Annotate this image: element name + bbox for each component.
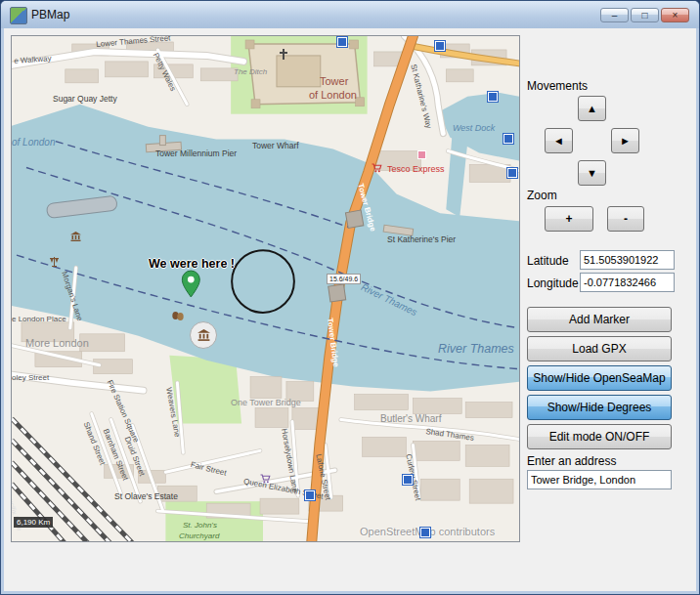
zoom-out-button[interactable]: -: [607, 206, 644, 232]
window-title: PBMap: [31, 8, 69, 21]
move-up-button[interactable]: ▲: [578, 96, 606, 121]
move-down-button[interactable]: ▼: [578, 160, 606, 186]
address-input[interactable]: [527, 470, 672, 489]
maximize-button[interactable]: □: [631, 8, 659, 22]
client-area: e Walkway Lower Thames Street Petty Wale…: [4, 28, 696, 591]
zoom-label: Zoom: [527, 189, 557, 202]
longitude-input[interactable]: [580, 273, 675, 292]
latitude-input[interactable]: [580, 250, 675, 270]
longitude-label: Longitude: [527, 276, 579, 290]
close-button[interactable]: ×: [661, 8, 689, 22]
minimize-button[interactable]: –: [600, 8, 629, 22]
movements-label: Movements: [527, 79, 588, 93]
latitude-label: Latitude: [527, 254, 569, 268]
add-marker-button[interactable]: Add Marker: [527, 307, 672, 332]
titlebar[interactable]: PBMap – □ ×: [1, 1, 699, 28]
move-right-button[interactable]: ►: [611, 128, 639, 153]
edit-mode-button[interactable]: Edit mode ON/OFF: [527, 424, 672, 449]
move-left-button[interactable]: ◄: [545, 128, 573, 153]
window-controls: – □ ×: [600, 8, 689, 22]
load-gpx-button[interactable]: Load GPX: [527, 336, 672, 361]
toggle-openseamap-button[interactable]: Show/Hide OpenSeaMap: [527, 365, 672, 391]
zoom-in-button[interactable]: +: [545, 206, 593, 232]
address-label: Enter an address: [527, 454, 616, 468]
control-panel: Movements ▲ ◄ ► ▼ Zoom + - Latitude Long…: [4, 28, 696, 591]
app-window: PBMap – □ ×: [0, 0, 700, 595]
app-icon: [10, 7, 27, 24]
toggle-degrees-button[interactable]: Show/Hide Degrees: [527, 395, 672, 420]
